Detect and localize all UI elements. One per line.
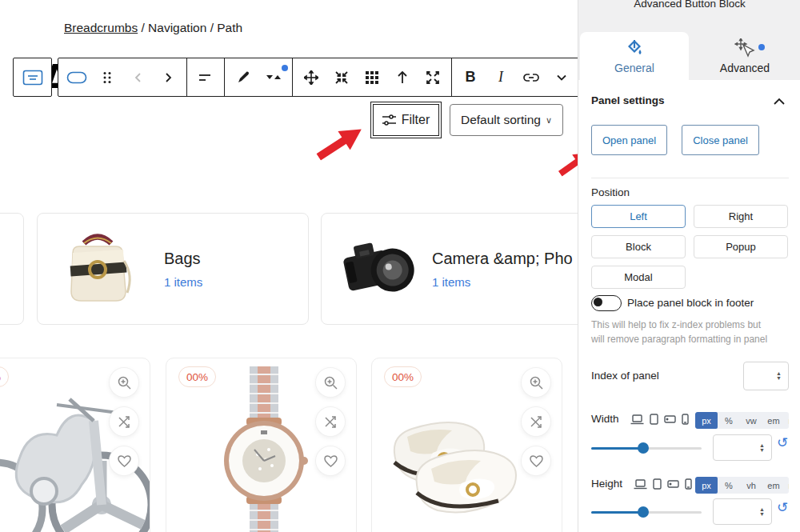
category-name: Bags bbox=[164, 250, 202, 268]
annotation-arrow-filter bbox=[313, 120, 368, 166]
grid-icon[interactable] bbox=[357, 62, 387, 94]
unit-rem[interactable]: rem bbox=[785, 412, 789, 429]
footer-toggle-label: Place panel block in footer bbox=[627, 297, 754, 309]
laptop-icon[interactable] bbox=[634, 479, 647, 490]
contract-icon[interactable] bbox=[326, 62, 357, 94]
toolbar-group-format: B I bbox=[452, 58, 578, 96]
bold-button[interactable]: B bbox=[455, 62, 486, 94]
tablet-landscape-icon[interactable] bbox=[667, 480, 679, 488]
italic-button[interactable]: I bbox=[486, 62, 516, 94]
unit-em[interactable]: em bbox=[762, 477, 785, 494]
position-modal-button[interactable]: Modal bbox=[591, 266, 686, 289]
compare-button[interactable] bbox=[316, 407, 345, 436]
position-label: Position bbox=[591, 186, 630, 198]
sorting-select[interactable]: Default sorting ∨ bbox=[450, 104, 563, 136]
slider-thumb[interactable] bbox=[638, 442, 649, 454]
stepper-icon[interactable]: ▲▼ bbox=[759, 507, 765, 517]
laptop-icon[interactable] bbox=[630, 414, 644, 425]
width-value-input[interactable]: ▲▼ bbox=[713, 434, 772, 461]
select-parent-panel-button[interactable] bbox=[13, 58, 52, 97]
phone-icon[interactable] bbox=[682, 414, 689, 425]
panel-settings-heading: Panel settings bbox=[591, 94, 665, 106]
compare-button[interactable] bbox=[522, 407, 550, 436]
position-block-button[interactable]: Block bbox=[591, 235, 686, 258]
open-panel-button[interactable]: Open panel bbox=[591, 125, 667, 155]
arrow-up-icon[interactable] bbox=[387, 62, 418, 94]
tablet-icon[interactable] bbox=[653, 478, 662, 490]
index-of-panel-input[interactable]: ▲▼ bbox=[743, 362, 789, 390]
color-picker-icon[interactable] bbox=[258, 62, 289, 94]
quick-view-button[interactable] bbox=[316, 368, 345, 397]
position-left-button[interactable]: Left bbox=[591, 205, 686, 228]
drag-handle-icon[interactable] bbox=[92, 62, 122, 94]
move-icon[interactable] bbox=[296, 62, 326, 94]
paint-bucket-icon bbox=[625, 38, 644, 58]
compare-icon bbox=[324, 415, 338, 429]
width-slider[interactable] bbox=[591, 442, 702, 454]
quick-view-button[interactable] bbox=[110, 368, 138, 397]
pen-icon[interactable] bbox=[228, 62, 258, 94]
shoes-photo bbox=[386, 389, 534, 532]
width-label: Width bbox=[591, 413, 619, 425]
unit-percent[interactable]: % bbox=[718, 477, 740, 494]
wishlist-button[interactable] bbox=[110, 446, 138, 475]
height-reset-icon[interactable]: ↺ bbox=[777, 502, 788, 514]
tablet-landscape-icon[interactable] bbox=[664, 415, 676, 423]
chevron-up-icon[interactable] bbox=[774, 98, 785, 105]
category-card-camera[interactable]: Camera &amp; Pho 1 items bbox=[321, 213, 578, 325]
category-count-link[interactable]: 1 items bbox=[164, 275, 202, 289]
unit-px[interactable]: px bbox=[695, 477, 718, 494]
unit-px[interactable]: px bbox=[695, 412, 718, 429]
unit-vw[interactable]: vw bbox=[740, 412, 762, 429]
alignment-icon[interactable] bbox=[190, 62, 221, 94]
product-card-shoes[interactable]: 00% bbox=[371, 358, 562, 532]
unit-vh[interactable]: vh bbox=[740, 477, 762, 494]
position-popup-button[interactable]: Popup bbox=[694, 235, 788, 258]
toolbar-group-block bbox=[58, 58, 187, 96]
toolbar-group-style bbox=[225, 58, 293, 96]
tab-advanced-label: Advanced bbox=[720, 62, 770, 74]
close-panel-button[interactable]: Close panel bbox=[682, 125, 759, 155]
tablet-icon[interactable] bbox=[650, 414, 658, 425]
product-card-watch[interactable]: 00% bbox=[166, 358, 357, 532]
width-device-icons bbox=[630, 414, 689, 425]
wishlist-button[interactable] bbox=[522, 446, 550, 475]
product-card-bicycle[interactable]: 00% bbox=[0, 358, 150, 532]
stepper-icon[interactable]: ▲▼ bbox=[759, 443, 765, 453]
height-value-input[interactable]: ▲▼ bbox=[713, 498, 772, 525]
button-block-icon[interactable] bbox=[62, 62, 92, 94]
block-toolbar: B I bbox=[58, 58, 578, 97]
breadcrumb-link[interactable]: Breadcrumbs bbox=[64, 21, 138, 34]
compare-button[interactable] bbox=[110, 407, 138, 436]
phone-icon[interactable] bbox=[685, 478, 692, 490]
footer-toggle[interactable] bbox=[591, 295, 622, 311]
unit-percent[interactable]: % bbox=[718, 412, 740, 429]
position-right-button[interactable]: Right bbox=[694, 205, 788, 228]
sidebar-tab-zone: Advanced Button Block General bbox=[578, 0, 800, 80]
watch-photo bbox=[216, 366, 312, 532]
move-right-icon[interactable] bbox=[153, 62, 183, 94]
filter-button[interactable]: Filter bbox=[373, 104, 439, 136]
category-count-link[interactable]: 1 items bbox=[432, 275, 573, 289]
link-icon[interactable] bbox=[516, 62, 546, 94]
more-formats-chevron-icon[interactable] bbox=[546, 62, 577, 94]
category-card-bags[interactable]: Bags 1 items bbox=[37, 213, 309, 325]
chevron-down-icon: ∨ bbox=[546, 115, 552, 126]
tab-general[interactable]: General bbox=[580, 32, 689, 80]
panel-block-icon bbox=[22, 70, 43, 86]
wishlist-button[interactable] bbox=[316, 446, 345, 475]
height-slider[interactable] bbox=[591, 506, 702, 518]
sliders-icon bbox=[382, 114, 396, 126]
expand-icon[interactable] bbox=[418, 62, 448, 94]
unit-rem[interactable]: rem bbox=[785, 477, 789, 494]
slider-thumb[interactable] bbox=[638, 506, 649, 518]
height-unit-switcher: px % vh em rem bbox=[695, 477, 789, 494]
divider bbox=[591, 178, 789, 178]
width-reset-icon[interactable]: ↺ bbox=[777, 437, 788, 450]
unit-em[interactable]: em bbox=[762, 412, 785, 429]
tab-advanced[interactable]: Advanced bbox=[690, 32, 799, 80]
stepper-icon[interactable]: ▲▼ bbox=[776, 371, 782, 381]
move-left-icon[interactable] bbox=[122, 62, 153, 94]
quick-view-button[interactable] bbox=[522, 368, 550, 397]
category-card-partial[interactable] bbox=[0, 213, 24, 325]
